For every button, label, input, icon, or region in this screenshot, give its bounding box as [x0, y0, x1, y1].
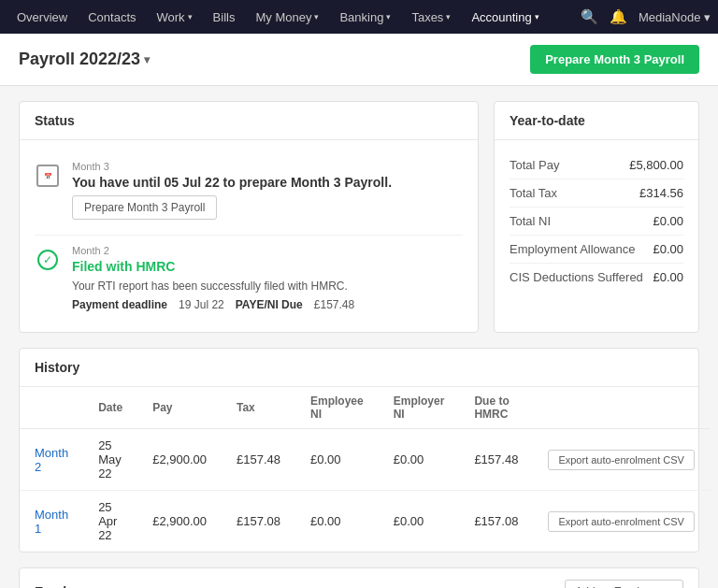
ytd-row: Total NI£0.00 [510, 208, 683, 236]
history-row: Month 1 25 Apr 22 £2,900.00 £157.08 £0.0… [20, 491, 710, 552]
history-table-body: Month 2 25 May 22 £2,900.00 £157.48 £0.0… [20, 429, 710, 552]
export-csv-button[interactable]: Export auto-enrolment CSV [548, 450, 695, 470]
col-pay: Pay [137, 387, 222, 429]
ytd-row: CIS Deductions Suffered£0.00 [510, 264, 683, 291]
nav-contacts[interactable]: Contacts [79, 0, 145, 34]
history-tax: £157.08 [222, 491, 295, 552]
col-employee-ni: Employee NI [295, 387, 379, 429]
status-month2-content: Month 2 Filed with HMRC Your RTI report … [72, 245, 463, 311]
nav-mymoney-chevron: ▾ [314, 12, 319, 22]
history-export-btn-cell: Export auto-enrolment CSV [533, 429, 710, 491]
col-actions [533, 387, 710, 429]
ytd-row: Employment Allowance£0.00 [510, 236, 683, 264]
history-tax: £157.48 [222, 429, 295, 491]
employees-header: Employees Add an Employee ▾ [20, 568, 698, 588]
page-title-chevron: ▾ [144, 53, 150, 66]
nav-banking-chevron: ▾ [386, 12, 391, 22]
nav-overview[interactable]: Overview [7, 0, 77, 34]
nav-mymoney[interactable]: My Money ▾ [246, 0, 328, 34]
payment-deadline-line: Payment deadline 19 Jul 22 PAYE/NI Due £… [72, 298, 463, 311]
history-row: Month 2 25 May 22 £2,900.00 £157.48 £0.0… [20, 429, 710, 491]
page-title[interactable]: Payroll 2022/23 ▾ [19, 50, 150, 69]
status-card: Status 📅 Month 3 You have until 05 Jul 2… [19, 101, 479, 333]
ytd-label: Total Tax [510, 186, 557, 200]
payment-deadline-label: Payment deadline [72, 298, 167, 311]
ytd-header: Year-to-date [495, 102, 698, 140]
user-menu[interactable]: MediaNode ▾ [639, 10, 711, 24]
history-emp-ni: £0.00 [295, 429, 379, 491]
history-date: 25 May 22 [83, 429, 137, 491]
month3-label: Month 3 [72, 161, 463, 172]
history-export-btn-cell: Export auto-enrolment CSV [533, 491, 710, 552]
history-table-head: Date Pay Tax Employee NI Employer NI Due… [20, 387, 710, 429]
notifications-icon[interactable]: 🔔 [610, 8, 627, 25]
status-item-month2: ✓ Month 2 Filed with HMRC Your RTI repor… [35, 236, 463, 321]
history-pay: £2,900.00 [137, 491, 222, 552]
history-column-headers: Date Pay Tax Employee NI Employer NI Due… [20, 387, 710, 429]
history-empr-ni: £0.00 [379, 429, 460, 491]
export-csv-button[interactable]: Export auto-enrolment CSV [548, 511, 695, 532]
check-circle-icon: ✓ [35, 247, 61, 273]
ytd-value: £0.00 [653, 242, 683, 256]
status-month3-content: Month 3 You have until 05 Jul 22 to prep… [72, 161, 463, 225]
col-due-hmrc: Due to HMRC [459, 387, 533, 429]
history-emp-ni: £0.00 [295, 491, 379, 552]
search-icon[interactable]: 🔍 [581, 8, 598, 25]
ytd-label: Employment Allowance [510, 242, 635, 256]
payment-deadline-date: 19 Jul 22 [179, 298, 224, 311]
month2-desc: Your RTI report has been successfully fi… [72, 280, 463, 293]
history-period[interactable]: Month 1 [20, 491, 83, 552]
main-content: Status 📅 Month 3 You have until 05 Jul 2… [0, 86, 718, 588]
paye-ni-label: PAYE/NI Due [236, 298, 303, 311]
prepare-month3-inline-button[interactable]: Prepare Month 3 Payroll [72, 195, 217, 220]
nav-bills[interactable]: Bills [204, 0, 245, 34]
top-row: Status 📅 Month 3 You have until 05 Jul 2… [19, 101, 699, 333]
history-due-hmrc: £157.48 [459, 429, 533, 491]
history-date: 25 Apr 22 [83, 491, 137, 552]
ytd-label: CIS Deductions Suffered [510, 270, 643, 284]
ytd-label: Total NI [510, 214, 551, 228]
history-pay: £2,900.00 [137, 429, 222, 491]
calendar-icon: 📅 [35, 163, 61, 189]
history-period[interactable]: Month 2 [20, 429, 83, 491]
ytd-value: £314.56 [639, 186, 683, 200]
nav-taxes[interactable]: Taxes ▾ [402, 0, 460, 34]
nav-accounting-chevron: ▾ [535, 12, 539, 22]
ytd-card: Year-to-date Total Pay£5,800.00Total Tax… [494, 101, 699, 333]
month2-label: Month 2 [72, 245, 463, 256]
col-date: Date [83, 387, 137, 429]
history-card: History Date Pay Tax Employee NI Employe… [19, 348, 699, 552]
month2-headline: Filed with HMRC [72, 259, 463, 274]
nav-accounting[interactable]: Accounting ▾ [462, 0, 548, 34]
nav-banking[interactable]: Banking ▾ [330, 0, 400, 34]
status-header: Status [20, 102, 478, 140]
ytd-value: £0.00 [653, 214, 683, 228]
top-navigation: Overview Contacts Work ▾ Bills My Money … [0, 0, 718, 34]
paye-ni-amount: £157.48 [314, 298, 354, 311]
nav-work-chevron: ▾ [188, 12, 193, 22]
nav-right-area: 🔍 🔔 MediaNode ▾ [581, 8, 711, 25]
history-table: Date Pay Tax Employee NI Employer NI Due… [20, 387, 710, 552]
history-period-link[interactable]: Month 2 [35, 446, 68, 474]
prepare-payroll-button[interactable]: Prepare Month 3 Payroll [530, 45, 699, 74]
ytd-row: Total Tax£314.56 [510, 179, 683, 208]
page-header: Payroll 2022/23 ▾ Prepare Month 3 Payrol… [0, 34, 718, 86]
col-period [20, 387, 83, 429]
col-tax: Tax [222, 387, 295, 429]
ytd-body: Total Pay£5,800.00Total Tax£314.56Total … [495, 140, 698, 302]
nav-taxes-chevron: ▾ [446, 12, 451, 22]
ytd-row: Total Pay£5,800.00 [510, 151, 683, 179]
nav-work[interactable]: Work ▾ [148, 0, 202, 34]
add-employee-button[interactable]: Add an Employee ▾ [565, 580, 683, 588]
history-empr-ni: £0.00 [379, 491, 460, 552]
ytd-label: Total Pay [510, 158, 559, 172]
history-period-link[interactable]: Month 1 [35, 508, 68, 536]
col-employer-ni: Employer NI [379, 387, 460, 429]
ytd-value: £0.00 [653, 270, 683, 284]
status-item-month3: 📅 Month 3 You have until 05 Jul 22 to pr… [35, 151, 463, 236]
history-header: History [20, 349, 698, 387]
month3-headline: You have until 05 Jul 22 to prepare Mont… [72, 175, 463, 190]
status-body: 📅 Month 3 You have until 05 Jul 22 to pr… [20, 140, 478, 332]
ytd-value: £5,800.00 [629, 158, 683, 172]
employees-card: Employees Add an Employee ▾ Monthly Pay … [19, 567, 699, 588]
